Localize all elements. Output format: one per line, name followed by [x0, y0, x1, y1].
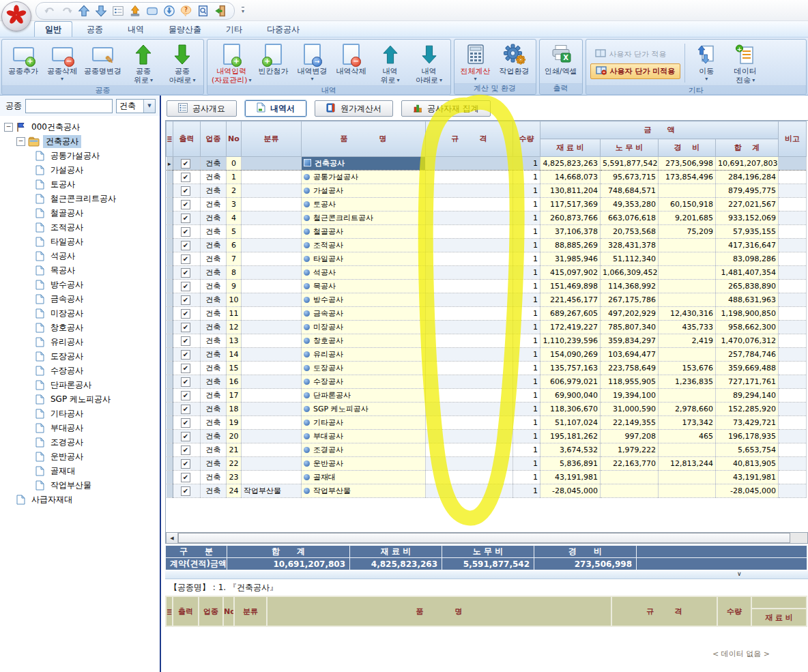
cell-labor[interactable]: 95,673,715 — [601, 171, 659, 184]
print-checkbox[interactable] — [181, 473, 190, 482]
subcol-class[interactable]: 분류 — [234, 596, 267, 626]
row-indicator[interactable] — [167, 157, 173, 171]
cell-class[interactable] — [242, 239, 302, 252]
cell-trade[interactable]: 건축 — [201, 225, 227, 239]
cell-material[interactable]: 37,106,378 — [540, 225, 601, 239]
cell-class[interactable] — [242, 157, 302, 171]
cell-item-name[interactable]: 미장공사 — [302, 321, 426, 334]
print-checkbox[interactable] — [181, 200, 190, 209]
cell-trade[interactable]: 건축 — [201, 484, 227, 498]
cell-class[interactable] — [242, 184, 302, 198]
tree-item[interactable]: 방수공사 — [3, 278, 160, 292]
tree-item[interactable]: 금속공사 — [3, 292, 160, 306]
cell-labor[interactable] — [601, 471, 659, 484]
cell-spec[interactable] — [426, 225, 513, 239]
cell-trade[interactable]: 건축 — [201, 389, 227, 403]
cell-class[interactable] — [242, 211, 302, 225]
subcol-spec[interactable]: 규 격 — [611, 596, 717, 626]
print-checkbox[interactable] — [181, 173, 190, 182]
cell-trade[interactable]: 건축 — [201, 239, 227, 252]
cell-trade[interactable]: 건축 — [201, 184, 227, 198]
splitter[interactable] — [165, 570, 808, 579]
tab-general[interactable]: 일반 — [34, 21, 72, 37]
cell-total[interactable]: 10,691,207,803 — [716, 157, 779, 171]
cell-qty[interactable]: 1 — [513, 225, 540, 239]
cell-qty[interactable]: 1 — [513, 321, 540, 334]
user-price-unapply-button[interactable]: 사용자 단가 미적용 — [590, 63, 681, 79]
cell-no[interactable]: 16 — [227, 375, 242, 389]
col-total[interactable]: 합 계 — [716, 139, 779, 157]
cell-qty[interactable]: 1 — [513, 471, 540, 484]
panel-icon[interactable] — [145, 4, 159, 18]
subcol-material[interactable]: 재 료 비 — [751, 609, 807, 626]
print-checkbox[interactable] — [181, 350, 190, 360]
cell-print[interactable] — [173, 403, 201, 416]
cell-item-name[interactable]: 금속공사 — [302, 307, 426, 321]
cell-total[interactable]: 284,196,284 — [716, 171, 779, 184]
tab-multi[interactable]: 다중공사 — [257, 22, 310, 37]
cell-expense[interactable] — [659, 184, 716, 198]
cell-qty[interactable]: 1 — [513, 430, 540, 443]
tree-item[interactable]: SGP 케노피공사 — [3, 392, 160, 407]
cell-no[interactable]: 17 — [227, 389, 242, 403]
cell-qty[interactable]: 1 — [513, 171, 540, 184]
cell-remark[interactable] — [779, 362, 807, 375]
print-checkbox[interactable] — [181, 227, 190, 237]
cell-item-name[interactable]: 도장공사 — [302, 362, 426, 375]
print-checkbox[interactable] — [181, 241, 190, 250]
cell-class[interactable] — [242, 403, 302, 416]
cell-labor[interactable]: 51,112,340 — [601, 252, 659, 266]
cell-material[interactable]: 195,181,262 — [540, 430, 601, 443]
row-indicator[interactable] — [167, 293, 173, 307]
cell-item-name[interactable]: 기타공사 — [302, 416, 426, 430]
cell-item-name[interactable]: 조경공사 — [302, 443, 426, 457]
cell-qty[interactable]: 1 — [513, 334, 540, 348]
cell-no[interactable]: 13 — [227, 334, 242, 348]
rename-trade-button[interactable]: 공종명변경 — [82, 41, 124, 85]
row-indicator[interactable] — [167, 443, 173, 457]
help-icon[interactable]: ? — [179, 4, 193, 18]
row-indicator[interactable] — [167, 416, 173, 430]
cell-print[interactable] — [173, 211, 201, 225]
cell-print[interactable] — [173, 457, 201, 471]
change-detail-button[interactable]: 내역변경 — [293, 41, 332, 85]
print-checkbox[interactable] — [181, 268, 190, 278]
cell-class[interactable] — [242, 252, 302, 266]
row-indicator[interactable] — [167, 471, 173, 484]
download-circle-icon[interactable] — [162, 4, 176, 18]
print-checkbox[interactable] — [181, 282, 190, 291]
cell-print[interactable] — [173, 307, 201, 321]
tab-etc[interactable]: 기타 — [216, 22, 252, 37]
cell-item-name[interactable]: SGP 케노피공사 — [302, 403, 426, 416]
cell-trade[interactable]: 건축 — [201, 471, 227, 484]
cell-expense[interactable] — [659, 239, 716, 252]
row-indicator[interactable] — [167, 348, 173, 362]
cell-spec[interactable] — [426, 266, 513, 280]
cell-no[interactable]: 24 — [227, 484, 242, 498]
print-checkbox[interactable] — [181, 391, 190, 400]
cell-trade[interactable]: 건축 — [201, 266, 227, 280]
tree-item-supplied-material[interactable]: 사급자재대 — [3, 493, 160, 507]
cell-spec[interactable] — [426, 307, 513, 321]
cell-trade[interactable]: 건축 — [201, 321, 227, 334]
cell-labor[interactable]: 997,208 — [601, 430, 659, 443]
cell-qty[interactable]: 1 — [513, 280, 540, 293]
cell-material[interactable]: 154,090,269 — [540, 348, 601, 362]
cell-print[interactable] — [173, 293, 201, 307]
cell-remark[interactable] — [779, 157, 807, 171]
cell-expense[interactable]: 465 — [659, 430, 716, 443]
cell-trade[interactable]: 건축 — [201, 211, 227, 225]
tab-quantity[interactable]: 물량산출 — [158, 22, 212, 37]
cell-qty[interactable]: 1 — [513, 198, 540, 211]
cell-total[interactable]: 417,316,647 — [716, 239, 779, 252]
cell-class[interactable] — [242, 293, 302, 307]
form-view-icon[interactable] — [111, 4, 125, 18]
cell-trade[interactable]: 건축 — [201, 457, 227, 471]
col-trade[interactable]: 업종 — [201, 121, 227, 157]
row-indicator[interactable] — [167, 457, 173, 471]
cell-print[interactable] — [173, 321, 201, 334]
tree-item[interactable]: 토공사 — [3, 177, 160, 192]
cell-total[interactable]: 57,935,155 — [716, 225, 779, 239]
cell-class[interactable] — [242, 280, 302, 293]
cell-labor[interactable]: 267,175,786 — [601, 293, 659, 307]
